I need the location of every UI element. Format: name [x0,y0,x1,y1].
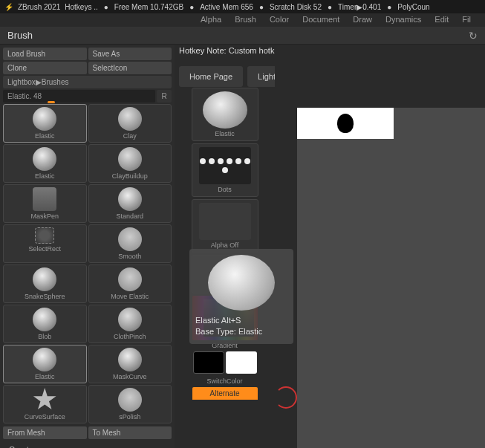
brush-cell-claybuildup[interactable]: ClayBuildup [88,144,172,183]
home-page-button[interactable]: Home Page [179,66,243,87]
viewport[interactable] [297,108,485,448]
reset-filter-button[interactable]: R [157,90,172,103]
stroke-slot[interactable]: Dots [192,143,258,197]
free-mem: Free Mem 10.742GB [114,3,183,11]
alpha-thumb-icon [199,203,251,240]
menu-color[interactable]: Color [270,15,289,25]
menu-brush[interactable]: Brush [235,15,256,25]
brush-cell-clay[interactable]: Clay [88,104,172,143]
brush-thumb-icon [33,388,56,412]
dots-thumb-icon [199,147,251,184]
primary-color-swatch[interactable] [226,351,257,374]
brush-thumb-icon [118,187,142,211]
current-brush-label: Elastic [215,130,235,137]
brush-filter-input[interactable]: Elastic. 48 [3,90,155,103]
panel-cycle-icon[interactable]: ↻ [469,30,478,42]
breadcrumb[interactable]: Lightbox▶Brushes [3,76,172,88]
brush-grid: ElasticClayElasticClayBuildupMaskPenStan… [3,104,172,423]
zbrush-logo-icon: ⚡ [4,3,13,11]
switch-color-button[interactable]: SwitchColor [206,377,242,385]
brush-label: Elastic [35,373,55,380]
brush-thumb-icon [35,227,54,244]
alpha-label: Alpha Off [211,241,238,249]
to-mesh-button[interactable]: To Mesh [88,426,172,439]
brush-tooltip: Elastic Alt+S Base Type: Elastic [189,249,293,344]
menu-edit[interactable]: Edit [434,15,449,25]
brush-cell-elastic[interactable]: Elastic [3,345,87,383]
brush-cell-selectrect[interactable]: SelectRect [3,224,87,263]
brush-label: Clay [123,132,137,140]
brush-thumb-icon [203,91,247,129]
brush-label: SnakeSphere [25,293,65,300]
brush-thumb-icon [118,227,142,251]
from-mesh-button[interactable]: From Mesh [3,426,87,439]
select-icon-button[interactable]: SelectIcon [88,62,172,74]
tooltip-thumb-icon [208,255,275,311]
submenu-create[interactable]: Create [9,445,166,448]
menu-file[interactable]: Fil [462,15,471,25]
brush-thumb-icon [118,267,142,291]
menu-alpha[interactable]: Alpha [201,15,221,25]
brush-thumb-icon [33,348,56,371]
document-thumbnail [297,108,394,139]
brush-cell-elastic[interactable]: Elastic [3,104,87,143]
brush-cell-blob[interactable]: Blob [3,305,87,343]
brush-cell-clothpinch[interactable]: ClothPinch [88,305,172,343]
quick-palette: Hotkey Note: Custom hotkey assigned succ… [175,45,275,448]
hotkeys-label[interactable]: Hotkeys .. [65,3,97,11]
menu-draw[interactable]: Draw [353,15,372,25]
brush-thumb-icon [33,107,56,131]
menu-document[interactable]: Document [302,15,339,25]
brush-label: ClothPinch [114,333,146,340]
brush-label: SelectRect [28,245,61,253]
brush-label: MaskCurve [113,373,147,380]
stroke-label: Dots [218,186,232,193]
filter-text: Elastic. 48 [7,92,42,100]
brush-cell-maskpen[interactable]: MaskPen [3,184,87,223]
brush-cell-spolish[interactable]: sPolish [88,385,172,423]
brush-panel-header[interactable]: Brush ↻ [0,27,485,45]
clone-button[interactable]: Clone [3,62,87,74]
brush-thumb-icon [118,147,142,171]
brush-label: Blob [38,333,51,340]
brush-label: MaskPen [30,212,59,220]
active-mem: Active Mem 656 [200,3,253,11]
tooltip-basetype: Base Type: Elastic [195,326,287,337]
brush-thumb-icon [33,267,56,291]
brush-cell-curvesurface[interactable]: CurveSurface [3,385,87,423]
brush-label: Elastic [35,132,55,140]
brush-label: Move Elastic [111,293,149,300]
brush-thumb-icon [33,147,56,171]
load-brush-button[interactable]: Load Brush [3,48,87,60]
brush-thumb-icon [118,388,142,412]
menu-dynamics[interactable]: Dynamics [385,15,421,25]
brush-label: ClayBuildup [112,172,148,180]
canvas-region [275,45,485,448]
polycount: PolyCoun [397,3,429,11]
brush-label: sPolish [119,413,140,421]
brush-thumb-icon [118,348,142,371]
brush-thumb-icon [118,107,142,131]
brush-cell-elastic[interactable]: Elastic [3,144,87,183]
cursor-ring-icon [275,386,297,409]
secondary-color-swatch[interactable] [193,351,224,374]
brush-cell-smooth[interactable]: Smooth [88,224,172,263]
brush-label: Standard [116,212,143,220]
brush-submenus: CreateCurveDepthSamplesElasticityFiberMe… [3,441,172,448]
brush-thumb-icon [33,308,56,331]
brush-cell-snakesphere[interactable]: SnakeSphere [3,264,87,303]
app-name: ZBrush 2021 [18,3,60,11]
save-as-button[interactable]: Save As [88,48,172,60]
brush-cell-maskcurve[interactable]: MaskCurve [88,345,172,383]
brush-cell-standard[interactable]: Standard [88,184,172,223]
alpha-slot[interactable]: Alpha Off [192,199,258,253]
brush-label: Smooth [118,253,141,260]
model-silhouette-icon [337,114,354,133]
menu-bar: Alpha Brush Color Document Draw Dynamics… [0,13,485,27]
brush-cell-move elastic[interactable]: Move Elastic [88,264,172,303]
current-brush-slot[interactable]: Elastic [192,88,258,141]
alternate-button[interactable]: Alternate [192,387,258,400]
color-swatches [193,351,257,374]
timer: Timer▶0.401 [338,3,381,11]
scratch-disk: Scratch Disk 52 [270,3,322,11]
